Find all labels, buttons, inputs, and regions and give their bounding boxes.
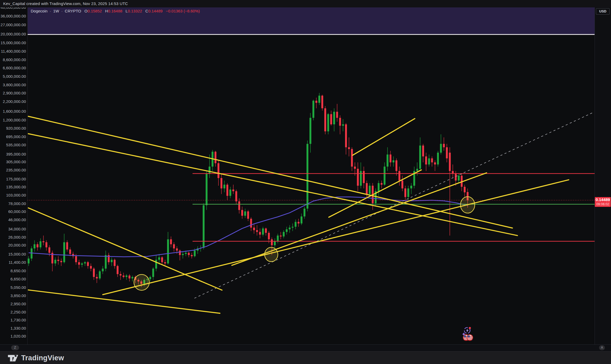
volume-axis-label: 6,650.00 — [11, 277, 26, 281]
circle-aug-2024-low[interactable] — [265, 247, 278, 262]
candle-body — [232, 189, 234, 191]
dashed-long-term-trendline[interactable] — [194, 112, 593, 298]
price-chart-canvas[interactable]: 48,000,000.0036,000,000.0027,000,000.002… — [0, 0, 611, 364]
descending-wedge-lower[interactable] — [28, 290, 220, 313]
candle-body — [57, 260, 59, 261]
candle-body — [333, 112, 335, 124]
attribution-text: Kev_Capital created with TradingView.com… — [3, 1, 128, 6]
candle-body — [28, 258, 30, 263]
flag-stripe — [467, 338, 472, 339]
candle-body — [188, 253, 190, 255]
candle-body — [253, 228, 255, 230]
candle-body — [161, 257, 163, 262]
tradingview-brand[interactable]: TradingView — [8, 354, 64, 362]
volume-axis-label: 3,800,000.00 — [3, 83, 26, 87]
candle-body — [399, 171, 400, 180]
candle-body — [280, 235, 282, 236]
timeframe[interactable]: 1W — [53, 9, 59, 13]
candle-body — [348, 147, 350, 149]
volume-axis-label: 1,200,000.00 — [3, 118, 26, 122]
symbol-name[interactable]: Dogecoin — [31, 9, 47, 13]
last-price-label: 0.14489 09:06:02 — [595, 197, 611, 207]
volume-axis-label: 695,000.00 — [6, 134, 26, 139]
candle-body — [155, 260, 157, 269]
candle-body — [39, 241, 41, 247]
tradingview-chart-page: 48,000,000.0036,000,000.0027,000,000.002… — [0, 0, 611, 364]
autoscale-badge[interactable]: A — [599, 345, 605, 350]
candle-body — [286, 229, 288, 232]
volume-axis-label: 20,000.00 — [8, 243, 26, 247]
candle-body — [250, 219, 252, 228]
symbol-info-bar[interactable]: Dogecoin · 1W · CRYPTO O0.15852 H0.16488… — [31, 9, 200, 13]
candle-body — [164, 262, 166, 263]
candle-body — [235, 191, 237, 201]
volume-axis-label: 3,850.00 — [11, 293, 26, 298]
candle-body — [306, 144, 308, 209]
separator: · — [50, 9, 51, 13]
steep-ascending-upper[interactable] — [353, 119, 415, 155]
candle-body — [390, 154, 391, 162]
volume-axis-label: 15,000,000.00 — [1, 40, 26, 45]
ma-line[interactable] — [29, 197, 468, 257]
candle-body — [313, 101, 314, 118]
volume-axis-label: 2,250.00 — [11, 310, 26, 314]
candle-body — [206, 174, 208, 205]
volume-axis-label: 11,400.00 — [8, 260, 26, 265]
volume-axis-label: 15,000.00 — [8, 252, 26, 256]
circle-sep-2023-low[interactable] — [134, 274, 149, 290]
volume-axis-label: 6,600,000.00 — [3, 66, 26, 70]
candle-body — [244, 211, 246, 216]
volume-axis-label: 535,000.00 — [6, 143, 26, 147]
last-price-value: 0.14489 — [595, 197, 611, 202]
flag-canton — [467, 335, 470, 337]
candle-body — [452, 171, 454, 173]
candle-body — [54, 260, 56, 263]
candle-body — [292, 227, 293, 228]
circle-current-low[interactable] — [461, 197, 475, 213]
candle-body — [126, 276, 127, 277]
candle-body — [310, 118, 311, 144]
candle-body — [366, 183, 368, 194]
candle-body — [152, 269, 154, 277]
attribution-bar: Kev_Capital created with TradingView.com… — [0, 0, 611, 7]
candle-body — [449, 153, 451, 171]
timezone-badge[interactable]: Z — [11, 345, 19, 350]
candle-body — [48, 247, 50, 253]
volume-axis-label: 395,000.00 — [6, 152, 26, 156]
candle-body — [271, 239, 273, 245]
candle-body — [37, 244, 38, 247]
candle-body — [123, 276, 124, 277]
notification-dot — [469, 327, 471, 329]
candle-body — [431, 158, 433, 162]
volume-axis-label: 920,000.00 — [6, 126, 26, 130]
us-flag-event-icon[interactable] — [467, 335, 473, 340]
candle-body — [330, 114, 332, 124]
volume-axis-label: 20,000,000.00 — [1, 32, 26, 36]
candle-body — [128, 276, 130, 279]
volume-axis-label: 36,000,000.00 — [1, 14, 26, 18]
candle-body — [301, 216, 302, 223]
volume-axis-label: 34,000.00 — [8, 227, 26, 231]
candle-body — [455, 173, 457, 180]
descending-wedge-upper[interactable] — [28, 208, 222, 290]
candle-body — [259, 232, 261, 235]
currency-toggle-button[interactable]: USD — [596, 8, 610, 15]
candle-body — [384, 167, 386, 185]
candle-body — [464, 187, 466, 192]
candle-body — [34, 244, 35, 248]
event-icons — [462, 327, 473, 340]
separator: · — [61, 9, 63, 13]
time-scale[interactable] — [0, 344, 611, 352]
price-scale[interactable] — [595, 7, 611, 344]
open-label: O — [84, 9, 88, 13]
candle-body — [149, 277, 151, 279]
candle-body — [60, 261, 62, 262]
volume-axis-label: 26,000.00 — [8, 235, 26, 239]
candle-body — [345, 124, 347, 147]
flag-canton — [464, 335, 466, 337]
candle-body — [283, 232, 285, 236]
candle-body — [437, 153, 439, 165]
high-value: 0.16488 — [108, 9, 122, 13]
candle-body — [402, 180, 403, 188]
candle-body — [318, 96, 320, 103]
